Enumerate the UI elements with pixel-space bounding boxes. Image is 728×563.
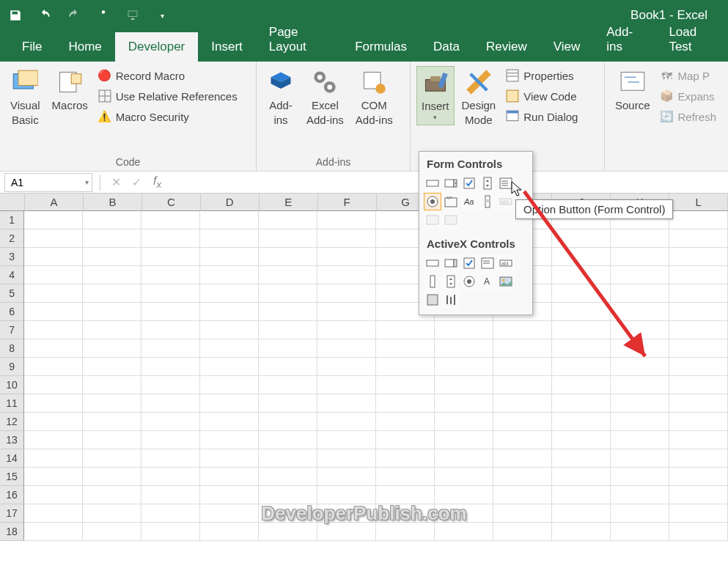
cell[interactable] [83,248,141,266]
cell[interactable] [83,413,141,431]
row-header[interactable]: 1 [0,211,24,229]
cell[interactable] [552,229,611,248]
cell[interactable] [611,303,669,321]
cell[interactable] [141,321,200,339]
cell[interactable] [24,413,83,431]
cell[interactable] [317,303,376,321]
column-header[interactable]: L [669,194,728,211]
cell[interactable] [200,394,259,413]
macro-security-button[interactable]: ⚠️Macro Security [98,108,238,125]
cell[interactable] [141,468,200,486]
cell[interactable] [83,211,141,229]
cell[interactable] [24,248,83,266]
cell[interactable] [611,449,669,468]
tab-page-layout[interactable]: Page Layout [256,18,342,62]
cell[interactable] [669,394,728,413]
cell[interactable] [317,358,376,376]
cell[interactable] [435,468,493,486]
addins-button[interactable]: Add- ins [262,66,299,130]
tab-addins[interactable]: Add-ins [593,18,655,62]
cell[interactable] [24,358,83,376]
activex-checkbox-icon[interactable] [460,254,478,272]
name-box[interactable]: A1 [4,173,92,192]
cell[interactable] [669,229,728,248]
cell[interactable] [200,431,259,449]
cell[interactable] [611,431,669,449]
tab-file[interactable]: File [9,32,55,62]
cell[interactable] [611,229,669,248]
tab-formulas[interactable]: Formulas [342,32,420,62]
cell[interactable] [259,413,317,431]
cell[interactable] [493,376,552,394]
visual-basic-button[interactable]: Visual Basic [6,66,45,130]
cell[interactable] [435,413,493,431]
row-header[interactable]: 14 [0,449,24,468]
cell[interactable] [611,266,669,284]
qat-menu-icon[interactable] [125,7,141,23]
cell[interactable] [435,431,493,449]
cell[interactable] [259,431,317,449]
cell[interactable] [376,376,435,394]
cell[interactable] [317,339,376,358]
row-header[interactable]: 11 [0,394,24,413]
cell[interactable] [669,358,728,376]
cell[interactable] [259,284,317,303]
cell[interactable] [493,394,552,413]
cell[interactable] [317,229,376,248]
cell[interactable] [141,211,200,229]
cell[interactable] [493,523,552,541]
row-header[interactable]: 10 [0,376,24,394]
cell[interactable] [83,266,141,284]
cell[interactable] [141,284,200,303]
properties-button[interactable]: Properties [506,67,578,84]
com-addins-button[interactable]: COM Add-ins [351,66,397,130]
column-header[interactable]: B [84,194,142,211]
cell[interactable] [83,303,141,321]
form-spinner-icon[interactable] [479,174,496,192]
cell[interactable] [435,321,493,339]
cell[interactable] [259,339,317,358]
cell[interactable] [141,376,200,394]
form-listbox-icon[interactable] [497,174,515,192]
cell[interactable] [493,468,552,486]
source-button[interactable]: Source [611,66,655,116]
row-header[interactable]: 7 [0,321,24,339]
cell[interactable] [435,358,493,376]
cell[interactable] [24,449,83,468]
cell[interactable] [669,339,728,358]
cell[interactable] [200,376,259,394]
row-header[interactable]: 5 [0,284,24,303]
column-header[interactable]: E [260,194,318,211]
cell[interactable] [669,449,728,468]
cell[interactable] [493,339,552,358]
cell[interactable] [552,413,611,431]
cell[interactable] [552,431,611,449]
cell[interactable] [376,468,435,486]
cell[interactable] [24,211,83,229]
cell[interactable] [552,449,611,468]
cell[interactable] [669,468,728,486]
cell[interactable] [200,248,259,266]
tab-view[interactable]: View [540,32,594,62]
cell[interactable] [200,303,259,321]
cell[interactable] [24,229,83,248]
excel-addins-button[interactable]: Excel Add-ins [302,66,348,130]
cell[interactable] [24,376,83,394]
cell[interactable] [611,394,669,413]
activex-option-icon[interactable] [460,273,478,290]
tab-home[interactable]: Home [55,32,114,62]
cell[interactable] [141,248,200,266]
row-header[interactable]: 9 [0,358,24,376]
cell[interactable] [669,321,728,339]
cell[interactable] [493,431,552,449]
row-header[interactable]: 4 [0,266,24,284]
record-macro-button[interactable]: 🔴Record Macro [98,67,238,84]
cell[interactable] [317,523,376,541]
cell[interactable] [317,211,376,229]
cell[interactable] [259,266,317,284]
cell[interactable] [611,358,669,376]
insert-controls-button[interactable]: Insert ▾ [416,66,455,125]
activex-combobox-icon[interactable] [442,254,460,272]
tab-review[interactable]: Review [473,32,540,62]
cell[interactable] [317,413,376,431]
